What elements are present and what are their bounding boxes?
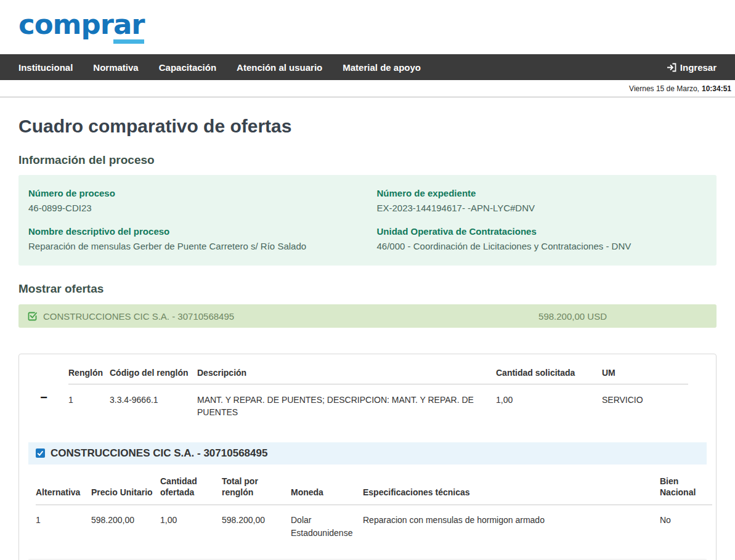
col-header-total-renglon: Total por renglón	[222, 465, 291, 505]
items-table: Renglón Código del renglón Descripción C…	[68, 358, 688, 424]
col-header-moneda: Moneda	[291, 465, 363, 505]
cell-precio-unitario: 598.200,00	[91, 505, 160, 544]
current-date: Viernes 15 de Marzo,	[629, 84, 699, 93]
vendor-table-wrap: Alternativa Precio Unitario Cantidad ofe…	[28, 465, 707, 544]
col-header-descripcion: Descripción	[197, 358, 496, 384]
cell-alternativa: 1	[36, 505, 91, 544]
site-header: comprar	[0, 0, 735, 54]
col-header-um: UM	[602, 358, 688, 384]
field-numero-expediente: Número de expediente EX-2023-144194617- …	[377, 188, 707, 213]
field-label: Nombre descriptivo del proceso	[28, 226, 359, 237]
comprar-logo[interactable]: comprar	[18, 10, 144, 44]
current-time: 10:34:51	[702, 84, 731, 93]
nav-item-material-apoyo[interactable]: Material de apoyo	[343, 62, 421, 73]
vendor-table: Alternativa Precio Unitario Cantidad ofe…	[36, 465, 712, 544]
vendor-header-bar[interactable]: CONSTRUCCIONES CIC S.A. - 30710568495	[28, 442, 707, 465]
vendor-row: 1 598.200,00 1,00 598.200,00 Dolar Estad…	[36, 505, 712, 544]
process-info-heading: Información del proceso	[18, 153, 717, 167]
col-header-alternativa: Alternativa	[36, 465, 91, 505]
field-value: 46/000 - Coordinación de Licitaciones y …	[377, 241, 707, 251]
login-button[interactable]: Ingresar	[667, 62, 717, 73]
col-header-cantidad: Cantidad solicitada	[496, 358, 602, 384]
field-value: 46-0899-CDI23	[28, 203, 359, 213]
vendor-title: CONSTRUCCIONES CIC S.A. - 30710568495	[51, 447, 267, 460]
show-offers-heading: Mostrar ofertas	[18, 282, 717, 296]
col-header-renglon: Renglón	[68, 358, 110, 384]
nav-item-capacitacion[interactable]: Capacitación	[159, 62, 216, 73]
offer-name: CONSTRUCCIONES CIC S.A. - 30710568495	[43, 311, 234, 322]
cell-cantidad-ofertada: 1,00	[160, 505, 222, 544]
page-title: Cuadro comparativo de ofertas	[18, 116, 717, 137]
field-label: Número de proceso	[28, 188, 359, 198]
cell-total-renglon: 598.200,00	[222, 505, 291, 544]
offer-checkbox-icon[interactable]	[28, 311, 38, 321]
cell-cantidad: 1,00	[496, 384, 602, 424]
offer-toggle-bar[interactable]: CONSTRUCCIONES CIC S.A. - 30710568495 59…	[18, 304, 717, 328]
field-label: Unidad Operativa de Contrataciones	[377, 226, 707, 237]
items-header-row: Renglón Código del renglón Descripción C…	[68, 358, 688, 384]
col-header-bien-nacional: Bien Nacional	[660, 465, 712, 505]
cell-especificaciones: Reparacion con mensulas de hormigon arma…	[363, 505, 660, 544]
row-toggle-cell: −	[19, 358, 68, 424]
main-content: Cuadro comparativo de ofertas Informació…	[0, 116, 735, 560]
login-label: Ingresar	[680, 62, 717, 73]
field-label: Número de expediente	[377, 188, 707, 198]
nav-item-atencion-usuario[interactable]: Atención al usuario	[237, 62, 322, 73]
logo-text-start: compr	[18, 8, 113, 41]
cell-moneda: Dolar Estadounidense	[291, 505, 363, 544]
col-header-precio-unitario: Precio Unitario	[91, 465, 160, 505]
offer-amount: 598.200,00 USD	[538, 311, 607, 322]
col-header-especificaciones: Especificaciones técnicas	[363, 465, 660, 505]
items-area: − Renglón Código del renglón Descripción…	[19, 354, 716, 424]
field-nombre-descriptivo: Nombre descriptivo del proceso Reparació…	[28, 226, 359, 251]
col-header-cantidad-ofertada: Cantidad ofertada	[160, 465, 222, 505]
nav-item-normativa[interactable]: Normativa	[93, 62, 138, 73]
collapse-icon[interactable]: −	[40, 391, 47, 404]
cell-renglon: 1	[68, 384, 110, 424]
cell-codigo: 3.3.4-9666.1	[110, 384, 197, 424]
nav-item-institucional[interactable]: Institucional	[18, 62, 73, 73]
cell-bien-nacional: No	[660, 505, 712, 544]
cell-descripcion: MANT. Y REPAR. DE PUENTES; DESCRIPCION: …	[197, 384, 496, 424]
vendor-header-row: Alternativa Precio Unitario Cantidad ofe…	[36, 465, 712, 505]
main-nav: Institucional Normativa Capacitación Ate…	[0, 54, 735, 80]
field-value: Reparación de mensulas Gerber de Puente …	[28, 241, 359, 251]
col-header-codigo: Código del renglón	[110, 358, 197, 384]
login-icon	[667, 63, 676, 72]
vendor-checkbox[interactable]	[36, 448, 45, 458]
process-info-box: Número de proceso 46-0899-CDI23 Número d…	[18, 175, 717, 266]
field-unidad-operativa: Unidad Operativa de Contrataciones 46/00…	[377, 226, 707, 251]
field-value: EX-2023-144194617- -APN-LYC#DNV	[377, 203, 707, 213]
items-row: 1 3.3.4-9666.1 MANT. Y REPAR. DE PUENTES…	[68, 384, 688, 424]
logo-text-end: ar	[113, 10, 145, 44]
field-numero-proceso: Número de proceso 46-0899-CDI23	[28, 188, 359, 213]
datetime-bar: Viernes 15 de Marzo, 10:34:51	[0, 80, 735, 97]
cell-um: SERVICIO	[602, 384, 688, 424]
comparison-card: − Renglón Código del renglón Descripción…	[18, 354, 717, 560]
